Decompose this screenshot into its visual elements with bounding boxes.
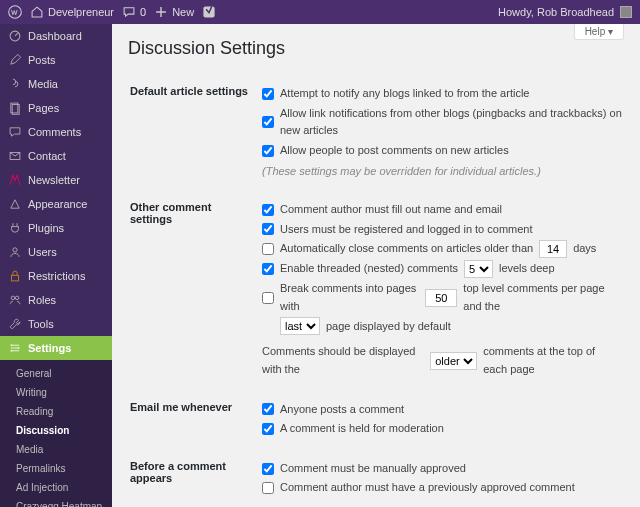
page-title: Discussion Settings <box>128 38 624 59</box>
new-label: New <box>172 6 194 18</box>
site-name[interactable]: Develpreneur <box>30 5 114 19</box>
svg-point-11 <box>17 347 19 349</box>
site-label: Develpreneur <box>48 6 114 18</box>
menu-roles[interactable]: Roles <box>0 288 112 312</box>
select-comment-order[interactable]: older <box>430 352 477 370</box>
menu-newsletter[interactable]: Newsletter <box>0 168 112 192</box>
new-content[interactable]: New <box>154 5 194 19</box>
menu-settings[interactable]: Settings <box>0 336 112 360</box>
menu-comments[interactable]: Comments <box>0 120 112 144</box>
cb-paginate[interactable] <box>262 292 274 304</box>
menu-tools[interactable]: Tools <box>0 312 112 336</box>
menu-appearance[interactable]: Appearance <box>0 192 112 216</box>
menu-pages[interactable]: Pages <box>0 96 112 120</box>
cb-manual-approve[interactable] <box>262 463 274 475</box>
howdy-text[interactable]: Howdy, Rob Broadhead <box>498 6 614 18</box>
select-default-page[interactable]: last <box>280 317 320 335</box>
heading-before: Before a comment appears <box>130 450 260 507</box>
wp-logo[interactable] <box>8 5 22 19</box>
avatar[interactable] <box>620 6 632 18</box>
cb-allow-comments[interactable] <box>262 145 274 157</box>
cb-allow-pingbacks[interactable] <box>262 116 274 128</box>
menu-users[interactable]: Users <box>0 240 112 264</box>
sub-reading[interactable]: Reading <box>0 402 112 421</box>
cb-email-held[interactable] <box>262 423 274 435</box>
comments-count: 0 <box>140 6 146 18</box>
svg-point-10 <box>10 344 12 346</box>
svg-rect-7 <box>12 275 19 281</box>
svg-point-8 <box>11 296 15 300</box>
sub-media[interactable]: Media <box>0 440 112 459</box>
sub-discussion[interactable]: Discussion <box>0 421 112 440</box>
input-close-days[interactable] <box>539 240 567 258</box>
menu-posts[interactable]: Posts <box>0 48 112 72</box>
settings-submenu: General Writing Reading Discussion Media… <box>0 360 112 507</box>
cb-auto-close[interactable] <box>262 243 274 255</box>
cb-email-anyone[interactable] <box>262 403 274 415</box>
comments-bubble[interactable]: 0 <box>122 5 146 19</box>
help-tab[interactable]: Help ▾ <box>574 24 624 40</box>
heading-other: Other comment settings <box>130 191 260 389</box>
select-thread-depth[interactable]: 5 <box>464 260 493 278</box>
sub-crazyegg[interactable]: Crazyegg Heatmap Tracking <box>0 497 112 507</box>
heading-default-article: Default article settings <box>130 75 260 189</box>
menu-plugins[interactable]: Plugins <box>0 216 112 240</box>
sub-general[interactable]: General <box>0 364 112 383</box>
svg-point-12 <box>10 350 12 352</box>
menu-media[interactable]: Media <box>0 72 112 96</box>
menu-restrictions[interactable]: Restrictions <box>0 264 112 288</box>
sub-permalinks[interactable]: Permalinks <box>0 459 112 478</box>
sub-writing[interactable]: Writing <box>0 383 112 402</box>
sub-ad-injection[interactable]: Ad Injection <box>0 478 112 497</box>
cb-author-fill[interactable] <box>262 204 274 216</box>
menu-dashboard[interactable]: Dashboard <box>0 24 112 48</box>
heading-email: Email me whenever <box>130 391 260 448</box>
svg-point-6 <box>13 248 17 252</box>
cb-notify-blogs[interactable] <box>262 88 274 100</box>
cb-threaded[interactable] <box>262 263 274 275</box>
menu-contact[interactable]: Contact <box>0 144 112 168</box>
cb-registered[interactable] <box>262 223 274 235</box>
cb-prev-approved[interactable] <box>262 482 274 494</box>
yoast-icon[interactable] <box>202 5 216 19</box>
svg-point-9 <box>15 296 19 300</box>
default-article-note: (These settings may be overridden for in… <box>262 163 622 181</box>
input-per-page[interactable] <box>425 289 457 307</box>
